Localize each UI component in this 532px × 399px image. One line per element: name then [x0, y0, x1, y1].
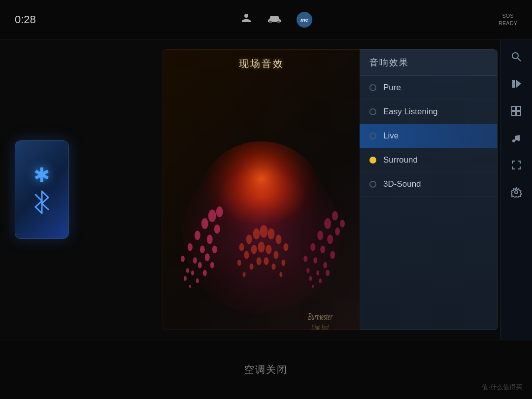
- svg-point-61: [271, 264, 275, 270]
- person-icon: [240, 12, 252, 27]
- svg-point-65: [512, 53, 518, 59]
- svg-point-38: [323, 262, 327, 268]
- svg-point-60: [264, 258, 268, 266]
- svg-rect-71: [512, 111, 516, 115]
- label-3dsound: 3D-Sound: [383, 179, 421, 189]
- svg-point-0: [244, 14, 248, 18]
- svg-point-22: [196, 279, 199, 284]
- svg-point-74: [517, 138, 520, 141]
- sos-text: SOSREADY: [499, 12, 517, 27]
- bluetooth-icon: ✱: [33, 164, 50, 186]
- svg-point-45: [253, 229, 260, 239]
- label-surround: Surround: [383, 155, 418, 165]
- svg-point-37: [316, 271, 319, 276]
- label-easy-listening: Easy Listening: [383, 107, 438, 117]
- svg-point-46: [260, 225, 268, 237]
- menu-item-easy-listening[interactable]: Easy Listening: [360, 100, 497, 124]
- svg-point-52: [251, 245, 257, 254]
- svg-point-36: [309, 276, 312, 281]
- svg-point-53: [258, 242, 265, 253]
- svg-text:Burmester: Burmester: [308, 312, 332, 322]
- svg-point-9: [208, 210, 216, 222]
- svg-point-10: [216, 206, 223, 217]
- svg-point-59: [257, 258, 262, 266]
- svg-point-42: [326, 270, 330, 276]
- svg-point-23: [203, 270, 207, 276]
- audio-viz: 现场音效: [163, 49, 360, 330]
- menu-item-3dsound[interactable]: 3D-Sound: [360, 172, 497, 197]
- me-badge[interactable]: me: [297, 12, 312, 28]
- menu-item-surround[interactable]: Surround: [360, 148, 497, 172]
- expand-button[interactable]: [504, 153, 529, 177]
- svg-point-32: [313, 258, 317, 264]
- car-icon: [267, 13, 282, 26]
- svg-point-62: [279, 272, 282, 277]
- radio-live: [369, 133, 376, 139]
- svg-text:High End: High End: [311, 323, 328, 330]
- svg-point-41: [319, 279, 322, 284]
- radio-3dsound: [369, 181, 376, 188]
- svg-point-14: [207, 235, 213, 244]
- svg-point-7: [195, 231, 200, 240]
- content-area: ✱ 现场音效: [0, 39, 532, 340]
- svg-point-28: [324, 218, 331, 229]
- svg-point-16: [184, 276, 187, 281]
- svg-point-21: [189, 285, 191, 288]
- svg-point-35: [335, 228, 340, 235]
- svg-point-40: [312, 285, 314, 288]
- svg-point-5: [181, 256, 185, 263]
- layout-button[interactable]: [504, 99, 529, 123]
- status-time: 0:28: [15, 13, 54, 26]
- svg-point-49: [283, 243, 288, 251]
- music-button[interactable]: [504, 126, 529, 150]
- label-live: Live: [383, 131, 399, 141]
- svg-line-66: [518, 58, 521, 61]
- svg-point-19: [205, 254, 210, 262]
- wave-container: Burmester High End: [163, 133, 360, 330]
- settings-button[interactable]: [504, 180, 529, 204]
- play-pause-button[interactable]: [504, 71, 529, 96]
- svg-point-43: [239, 243, 244, 251]
- svg-point-6: [188, 243, 193, 251]
- watermark: 值·什么值得买: [482, 383, 522, 392]
- status-right: SOSREADY: [499, 12, 517, 27]
- status-icons: me: [240, 12, 312, 28]
- menu-item-pure[interactable]: Pure: [360, 76, 497, 100]
- svg-point-33: [320, 246, 325, 254]
- svg-rect-70: [517, 106, 521, 110]
- svg-point-30: [340, 220, 345, 228]
- svg-point-20: [212, 246, 217, 254]
- search-button[interactable]: [504, 44, 529, 69]
- svg-point-15: [214, 225, 220, 234]
- svg-point-55: [273, 251, 278, 259]
- svg-point-29: [332, 211, 338, 221]
- svg-rect-67: [512, 80, 515, 88]
- svg-point-44: [246, 235, 252, 244]
- svg-point-13: [200, 246, 205, 254]
- svg-point-50: [237, 260, 241, 266]
- svg-point-34: [327, 235, 333, 244]
- radio-easy-listening: [369, 108, 376, 115]
- svg-point-12: [193, 258, 197, 264]
- menu-item-live[interactable]: Live: [360, 124, 497, 148]
- right-sidebar: [500, 39, 532, 340]
- bottom-text: 空调关闭: [244, 363, 288, 376]
- sound-menu-title: 音响效果: [360, 50, 497, 76]
- svg-point-39: [330, 251, 335, 259]
- radio-surround: [369, 157, 376, 164]
- svg-point-56: [281, 260, 285, 266]
- svg-point-75: [515, 191, 518, 194]
- svg-point-18: [198, 262, 202, 268]
- svg-point-51: [244, 251, 249, 259]
- svg-point-25: [303, 256, 307, 263]
- svg-point-8: [201, 218, 208, 229]
- svg-point-11: [186, 268, 189, 273]
- svg-point-26: [310, 243, 315, 251]
- svg-point-58: [250, 264, 254, 270]
- main-panel: 现场音效: [163, 49, 498, 330]
- bluetooth-panel: ✱: [15, 140, 69, 239]
- audio-viz-title: 现场音效: [239, 57, 284, 70]
- radio-pure: [369, 84, 376, 91]
- wave-svg: Burmester High End: [163, 133, 360, 330]
- svg-rect-69: [512, 106, 516, 110]
